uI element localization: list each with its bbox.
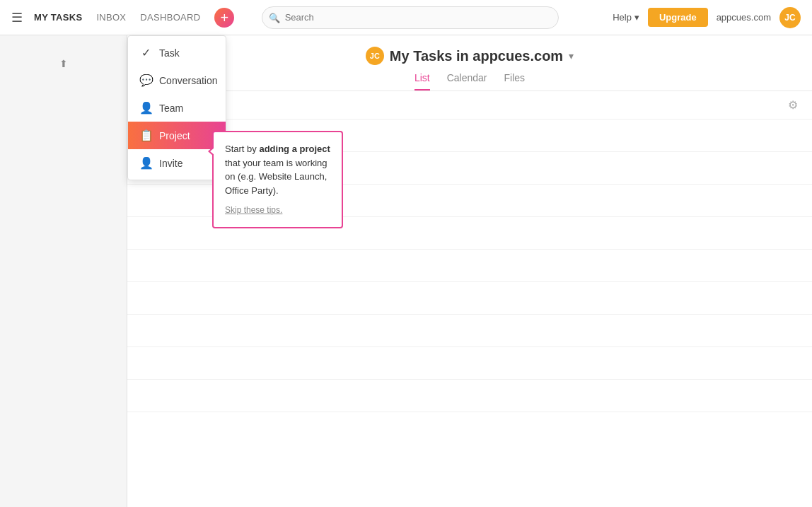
team-icon: 👤 [139, 101, 152, 115]
tasks-list-header: ⚙ [127, 91, 812, 120]
conversation-label: Conversation [159, 75, 218, 86]
table-row[interactable] [127, 282, 812, 315]
content-area: JC My Tasks in appcues.com ▾ List Calend… [127, 35, 812, 507]
tooltip-text: Start by adding a project that your team… [225, 142, 330, 197]
tab-calendar[interactable]: Calendar [447, 72, 487, 91]
tooltip-bold: adding a project [259, 144, 330, 154]
tooltip-arrow-inner [210, 148, 214, 155]
sidebar-section: ⬆ [0, 49, 127, 83]
tabs-row: List Calendar Files [414, 72, 525, 91]
page-title-avatar: JC [366, 47, 384, 65]
search-icon: 🔍 [269, 12, 280, 23]
table-row[interactable] [127, 380, 812, 412]
search-input[interactable] [262, 6, 559, 29]
hamburger-icon[interactable]: ☰ [11, 10, 23, 25]
dropdown-item-project[interactable]: 📋 Project [128, 122, 226, 149]
project-label: Project [159, 130, 190, 141]
invite-label: Invite [159, 158, 182, 169]
conversation-icon: 💬 [139, 74, 152, 87]
sidebar: ⬆ [0, 35, 127, 507]
nav-inbox[interactable]: INBOX [96, 12, 126, 23]
project-icon: 📋 [139, 129, 152, 142]
tasks-list: ⚙ Start by adding a project that your te… [127, 91, 812, 507]
page-title-chevron-icon[interactable]: ▾ [569, 50, 574, 62]
avatar[interactable]: JC [779, 7, 801, 28]
dropdown-item-task[interactable]: ✓ Task [128, 39, 226, 66]
domain-text: appcues.com [717, 12, 771, 23]
help-label: Help [613, 12, 632, 23]
sidebar-collapse-icon[interactable]: ⬆ [52, 52, 75, 75]
task-icon: ✓ [139, 46, 152, 59]
nav-left: MY TASKS INBOX DASHBOARD + [34, 8, 234, 28]
tab-files[interactable]: Files [504, 72, 526, 91]
team-label: Team [159, 103, 183, 114]
page-title: My Tasks in appcues.com [390, 48, 563, 64]
invite-icon: 👤 [139, 156, 152, 170]
nav-dashboard[interactable]: DASHBOARD [140, 12, 200, 23]
table-row[interactable] [127, 315, 812, 347]
dropdown-menu: ✓ Task 💬 Conversation 👤 Team 📋 Project 👤… [127, 35, 226, 180]
page-header: JC My Tasks in appcues.com ▾ List Calend… [127, 35, 812, 91]
search-bar: 🔍 [262, 6, 559, 29]
tab-list[interactable]: List [414, 72, 430, 91]
skip-tips-link[interactable]: Skip these tips. [225, 205, 282, 215]
table-row[interactable] [127, 347, 812, 380]
table-row[interactable] [127, 250, 812, 282]
top-nav: ☰ MY TASKS INBOX DASHBOARD + 🔍 Help ▾ Up… [0, 0, 812, 35]
help-chevron-icon: ▾ [634, 12, 639, 23]
tooltip-box: Start by adding a project that your team… [212, 131, 343, 228]
add-button[interactable]: + [214, 8, 234, 28]
main-layout: ⬆ ✓ Task 💬 Conversation 👤 Team 📋 Project… [0, 35, 812, 507]
dropdown-item-conversation[interactable]: 💬 Conversation [128, 66, 226, 94]
upgrade-button[interactable]: Upgrade [648, 8, 708, 27]
nav-my-tasks[interactable]: MY TASKS [34, 12, 82, 23]
help-button[interactable]: Help ▾ [613, 12, 639, 23]
settings-icon[interactable]: ⚙ [788, 98, 798, 112]
page-title-row: JC My Tasks in appcues.com ▾ [366, 47, 574, 65]
nav-right: Help ▾ Upgrade appcues.com JC [613, 7, 801, 28]
dropdown-item-team[interactable]: 👤 Team [128, 94, 226, 122]
task-label: Task [159, 47, 180, 59]
